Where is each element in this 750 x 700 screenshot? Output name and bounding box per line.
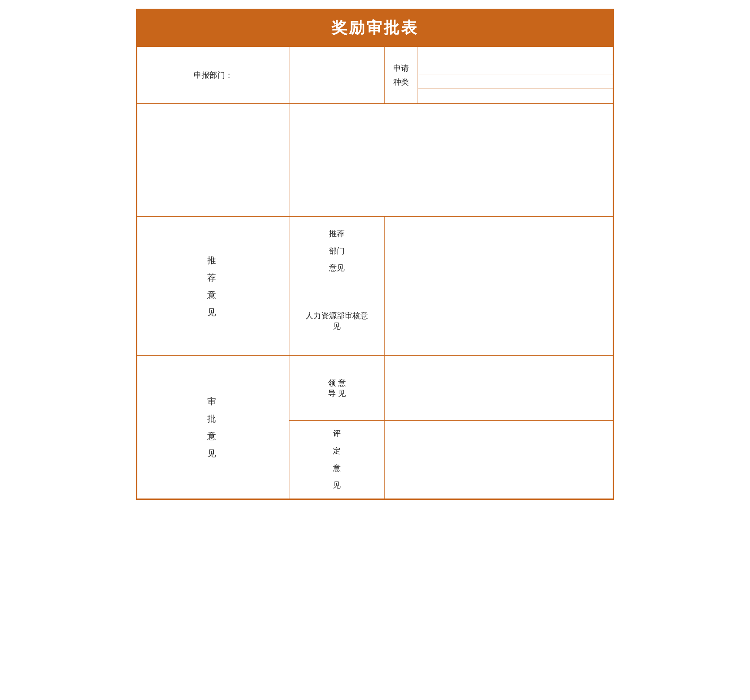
row2-right-cell [289,104,613,217]
recommend-dept-sublabel2: 部门 [329,247,345,255]
leader-content [385,356,613,421]
apply-label-1: 申请 [393,64,409,73]
hr-content [385,286,613,356]
table-row-2 [137,104,613,217]
dept-label: 申报部门： [194,71,233,79]
middle-cell [289,47,385,104]
leader-sublabel2: 导 见 [328,389,346,398]
hr-sublabel2: 见 [333,322,341,330]
table-row-5-approve: 审批意见 领 意 导 见 [137,356,613,421]
eval-content [385,421,613,499]
dept-cell: 申报部门： [137,47,289,104]
eval-sublabel2: 定 [333,446,341,455]
recommend-dept-sublabel-cell: 推荐 部门 意见 [289,217,385,286]
eval-sublabel3: 意 [333,464,341,472]
form-container: 奖励审批表 申报部门： 申请 种类 [136,9,614,500]
approve-label-cell: 审批意见 [137,356,289,499]
form-title: 奖励审批表 [137,10,613,46]
apply-label-2: 种类 [393,78,409,86]
leader-sublabel-cell: 领 意 导 见 [289,356,385,421]
hr-sublabel-cell: 人力资源部审核意 见 [289,286,385,356]
leader-sublabel1: 领 意 [328,379,346,387]
apply-type-content-cell [418,47,613,104]
table-row-1: 申报部门： 申请 种类 [137,47,613,104]
eval-sublabel-cell: 评 定 意 见 [289,421,385,499]
row2-left-cell [137,104,289,217]
recommend-dept-sublabel1: 推荐 [329,229,345,238]
recommend-dept-content [385,217,613,286]
table-row-3-recommend: 推荐意见 推荐 部门 意见 [137,217,613,286]
recommend-dept-sublabel3: 意见 [329,264,345,272]
apply-type-label: 申请 种类 [385,47,418,104]
recommend-label-cell: 推荐意见 [137,217,289,356]
eval-sublabel4: 见 [333,481,341,489]
eval-sublabel1: 评 [333,429,341,438]
form-table: 申报部门： 申请 种类 推荐意见 推荐 [137,46,613,499]
hr-sublabel1: 人力资源部审核意 [305,311,368,320]
